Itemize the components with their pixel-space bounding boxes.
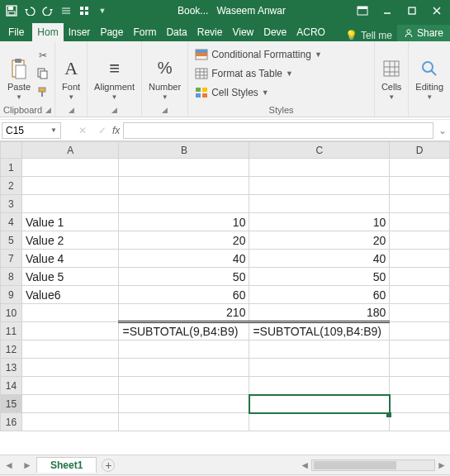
cell-styles-button[interactable]: Cell Styles▼	[195, 83, 367, 101]
row-header[interactable]: 7	[1, 250, 22, 268]
tab-file[interactable]: File	[0, 23, 32, 41]
cell[interactable]	[390, 159, 450, 177]
cell[interactable]	[249, 377, 390, 395]
dialog-launcher-icon[interactable]: ◢	[162, 106, 168, 114]
cell[interactable]	[119, 340, 249, 359]
tab-review[interactable]: Revie	[192, 23, 228, 41]
cell[interactable]: =SUBTOTAL(9,B4:B9)	[119, 322, 249, 340]
cell[interactable]: Value 4	[21, 250, 119, 268]
cancel-formula-icon[interactable]: ✕	[73, 125, 92, 136]
cell[interactable]	[21, 377, 119, 395]
active-cell[interactable]	[249, 395, 390, 413]
cell[interactable]	[249, 413, 390, 431]
new-sheet-button[interactable]: +	[102, 459, 115, 472]
alignment-button[interactable]: ≡ Alignment ▼	[91, 45, 138, 102]
col-header-c[interactable]: C	[249, 142, 390, 159]
cell[interactable]	[21, 395, 119, 413]
cell[interactable]	[119, 413, 249, 431]
ribbon-options-icon[interactable]	[353, 1, 372, 21]
cell[interactable]	[390, 377, 450, 395]
row-header[interactable]: 13	[1, 359, 22, 377]
hscroll-right-icon[interactable]: ►	[437, 459, 447, 471]
sheet-nav-prev-icon[interactable]: ◄	[0, 459, 18, 471]
cell[interactable]	[249, 340, 390, 359]
hscroll-thumb[interactable]	[314, 461, 396, 469]
cell[interactable]	[390, 340, 450, 359]
format-as-table-button[interactable]: Format as Table▼	[195, 64, 367, 82]
row-header[interactable]: 3	[1, 195, 22, 213]
cell[interactable]	[21, 340, 119, 359]
cell[interactable]	[119, 159, 249, 177]
tab-view[interactable]: View	[227, 23, 258, 41]
cell[interactable]: 20	[119, 231, 249, 250]
minimize-icon[interactable]	[377, 1, 397, 21]
tab-developer[interactable]: Deve	[258, 23, 291, 41]
cell[interactable]	[119, 359, 249, 377]
redo-icon[interactable]	[40, 2, 56, 19]
hscroll-track[interactable]	[311, 459, 435, 471]
cell[interactable]	[21, 322, 119, 340]
enter-formula-icon[interactable]: ✓	[92, 125, 112, 136]
formula-input[interactable]	[123, 122, 433, 139]
qat-icon-1[interactable]	[58, 2, 74, 19]
cell[interactable]	[21, 159, 119, 177]
cell[interactable]	[21, 413, 119, 431]
cell[interactable]	[119, 177, 249, 195]
cell[interactable]	[390, 322, 450, 340]
row-header[interactable]: 15	[1, 395, 22, 413]
cell[interactable]	[390, 195, 450, 213]
fill-handle[interactable]	[386, 412, 391, 417]
tab-page-layout[interactable]: Page	[95, 23, 128, 41]
cell[interactable]: 60	[119, 286, 249, 304]
cells-button[interactable]: Cells ▼	[378, 45, 405, 102]
cell[interactable]: 20	[249, 231, 390, 250]
tab-data[interactable]: Data	[161, 23, 192, 41]
cell[interactable]	[21, 177, 119, 195]
cell[interactable]: Value 5	[21, 268, 119, 286]
tab-insert[interactable]: Inser	[64, 23, 96, 41]
cell[interactable]: 40	[249, 250, 390, 268]
cell[interactable]: =SUBTOTAL(109,B4:B9)	[249, 322, 390, 340]
row-header[interactable]: 10	[1, 304, 22, 322]
cell[interactable]	[390, 395, 450, 413]
cell[interactable]	[119, 377, 249, 395]
cell[interactable]	[390, 286, 450, 304]
cell[interactable]	[390, 359, 450, 377]
undo-icon[interactable]	[21, 2, 38, 19]
col-header-a[interactable]: A	[21, 142, 119, 159]
tab-home[interactable]: Hom	[32, 23, 63, 41]
tab-formulas[interactable]: Form	[128, 23, 161, 41]
dialog-launcher-icon[interactable]: ◢	[69, 106, 74, 114]
fx-icon[interactable]: fx	[112, 125, 123, 136]
cell[interactable]	[21, 304, 119, 322]
tell-me[interactable]: 💡 Tell me	[340, 30, 397, 41]
cell[interactable]	[390, 250, 450, 268]
sheet-nav-next-icon[interactable]: ►	[18, 459, 36, 471]
format-painter-icon[interactable]	[36, 83, 50, 100]
row-header[interactable]: 8	[1, 268, 22, 286]
cell[interactable]	[390, 213, 450, 231]
qat-icon-2[interactable]	[76, 2, 92, 19]
row-header[interactable]: 11	[1, 322, 22, 340]
sheet-tab[interactable]: Sheet1	[36, 457, 97, 473]
share-button[interactable]: Share	[397, 25, 450, 41]
cell[interactable]: 50	[249, 268, 390, 286]
qat-customize-icon[interactable]: ▼	[94, 2, 111, 19]
cell[interactable]	[119, 395, 249, 413]
cell[interactable]: 50	[119, 268, 249, 286]
copy-icon[interactable]	[36, 65, 50, 82]
font-button[interactable]: A Font ▼	[59, 45, 83, 102]
row-header[interactable]: 5	[1, 231, 22, 250]
row-header[interactable]: 16	[1, 413, 22, 431]
cut-icon[interactable]: ✂	[36, 47, 50, 64]
cell[interactable]: 40	[119, 250, 249, 268]
col-header-d[interactable]: D	[390, 142, 450, 159]
number-button[interactable]: % Number ▼	[145, 45, 184, 102]
editing-button[interactable]: Editing ▼	[412, 45, 447, 102]
row-header[interactable]: 12	[1, 340, 22, 359]
cell[interactable]: Value 1	[21, 213, 119, 231]
cell[interactable]	[249, 195, 390, 213]
tab-acrobat[interactable]: ACRO	[291, 23, 330, 41]
expand-formula-bar-icon[interactable]: ⌄	[435, 125, 450, 136]
cell[interactable]: 10	[249, 213, 390, 231]
